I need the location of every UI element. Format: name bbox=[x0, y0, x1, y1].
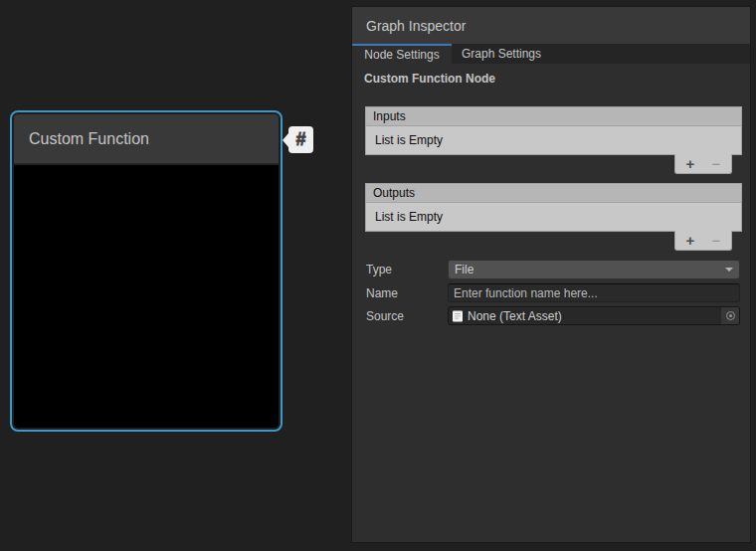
name-label: Name bbox=[366, 286, 448, 300]
inputs-add-button[interactable]: + bbox=[677, 155, 703, 173]
node-code-badge[interactable]: # bbox=[288, 126, 313, 153]
node-container: Custom Function bbox=[14, 114, 279, 428]
source-object-field[interactable]: None (Text Asset) bbox=[448, 306, 740, 325]
inspector-body: Custom Function Node Inputs List is Empt… bbox=[352, 64, 750, 542]
inputs-list-empty-label: List is Empty bbox=[375, 133, 443, 147]
inputs-list-footer: + − bbox=[674, 154, 732, 174]
node-header[interactable]: Custom Function bbox=[14, 114, 279, 165]
outputs-list-empty-row: List is Empty bbox=[366, 203, 741, 231]
tab-graph-settings[interactable]: Graph Settings bbox=[452, 44, 551, 64]
tab-graph-settings-label: Graph Settings bbox=[462, 47, 541, 61]
object-picker-icon bbox=[726, 311, 735, 320]
inputs-list-header-label: Inputs bbox=[373, 109, 406, 123]
source-field-row: Source None (Text Asset) bbox=[366, 306, 740, 325]
badge-tail bbox=[283, 133, 288, 147]
inputs-list-box: Inputs List is Empty bbox=[365, 106, 742, 155]
object-picker-button[interactable] bbox=[721, 307, 739, 324]
inspector-tabbar: Node Settings Graph Settings bbox=[352, 44, 750, 64]
graph-inspector-panel: Graph Inspector Node Settings Graph Sett… bbox=[351, 6, 751, 543]
outputs-list-header-label: Outputs bbox=[373, 186, 415, 200]
source-object-value: None (Text Asset) bbox=[468, 309, 562, 323]
node-body[interactable] bbox=[14, 165, 279, 428]
type-dropdown-value: File bbox=[455, 263, 473, 276]
custom-function-node[interactable]: Custom Function bbox=[10, 110, 283, 432]
type-label: Type bbox=[366, 263, 448, 276]
outputs-list-empty-label: List is Empty bbox=[375, 210, 443, 224]
node-title: Custom Function bbox=[29, 130, 149, 148]
outputs-list-footer: + − bbox=[674, 231, 732, 251]
chevron-down-icon bbox=[725, 268, 733, 272]
type-field-row: Type File bbox=[366, 260, 740, 279]
function-name-input[interactable] bbox=[448, 283, 740, 302]
name-field-row: Name bbox=[366, 283, 740, 302]
inspector-titlebar[interactable]: Graph Inspector bbox=[352, 7, 750, 44]
outputs-list-header: Outputs bbox=[366, 184, 741, 203]
tab-node-settings[interactable]: Node Settings bbox=[352, 44, 452, 64]
inputs-remove-button[interactable]: − bbox=[703, 155, 729, 173]
inputs-list: Inputs List is Empty + − bbox=[365, 106, 742, 174]
source-label: Source bbox=[366, 309, 448, 323]
badge-hash-label: # bbox=[295, 129, 305, 150]
type-dropdown[interactable]: File bbox=[448, 260, 740, 279]
outputs-remove-button[interactable]: − bbox=[703, 232, 729, 250]
section-title: Custom Function Node bbox=[364, 72, 495, 86]
text-asset-icon bbox=[453, 310, 463, 322]
outputs-list: Outputs List is Empty + − bbox=[365, 183, 742, 251]
inspector-title: Graph Inspector bbox=[366, 18, 466, 34]
inputs-list-empty-row: List is Empty bbox=[366, 126, 741, 154]
outputs-list-box: Outputs List is Empty bbox=[365, 183, 742, 232]
outputs-add-button[interactable]: + bbox=[677, 232, 703, 250]
inputs-list-header: Inputs bbox=[366, 107, 741, 126]
tab-node-settings-label: Node Settings bbox=[364, 48, 439, 62]
